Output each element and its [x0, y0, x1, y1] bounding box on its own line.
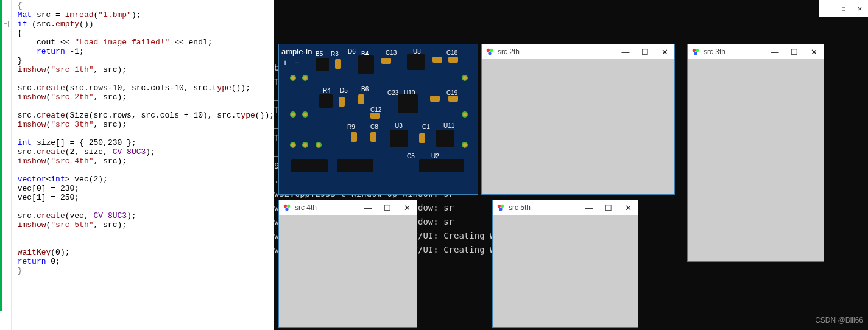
svg-point-13 [501, 205, 504, 208]
opencv-icon [496, 203, 505, 212]
pcb-chip [436, 130, 454, 147]
minimize-icon[interactable]: — [358, 200, 378, 215]
image-canvas [493, 215, 638, 327]
opencv-window-src-1th[interactable]: src 1th — ☐ ✕ ample-In + − B5R3D6B4C13U8… [278, 44, 478, 195]
pcb-label: C5 [407, 153, 415, 160]
pcb-label: U11 [443, 122, 454, 129]
window-title: src 5th [509, 203, 576, 212]
maximize-icon[interactable]: ☐ [635, 44, 655, 59]
pcb-chip [407, 59, 425, 70]
pcb-chip [390, 130, 408, 147]
close-icon[interactable]: ✕ [852, 0, 868, 17]
svg-point-3 [487, 49, 490, 52]
minimize-icon[interactable]: — [819, 0, 836, 17]
image-canvas [482, 59, 674, 194]
pcb-cap [358, 94, 364, 104]
pcb-chip [337, 159, 373, 172]
pcb-label: U3 [395, 122, 403, 129]
svg-point-14 [499, 208, 502, 211]
svg-point-4 [490, 49, 493, 52]
pcb-cap [448, 59, 458, 63]
pcb-cap [351, 132, 357, 142]
minimize-icon[interactable]: — [579, 200, 599, 215]
opencv-icon [485, 47, 494, 56]
pcb-label: B6 [361, 86, 369, 93]
pcb-image: ample-In + − B5R3D6B4C13U8C18R4D5B6C23U1… [279, 59, 478, 194]
pcb-chip [398, 94, 418, 113]
maximize-icon[interactable]: ☐ [599, 200, 618, 215]
pcb-cap [381, 59, 391, 64]
opencv-window-src-2th[interactable]: src 2th —☐✕ [481, 44, 675, 195]
console-window-controls: — ☐ ✕ [819, 0, 868, 17]
opencv-icon [691, 47, 700, 56]
image-canvas [279, 215, 417, 327]
code-line: { [18, 1, 23, 10]
window-title: src 3th [704, 47, 761, 56]
pcb-pad [462, 111, 468, 118]
pcb-pad [290, 142, 296, 148]
close-icon[interactable]: ✕ [618, 200, 638, 215]
svg-point-7 [696, 49, 699, 52]
image-canvas [688, 59, 824, 261]
close-icon[interactable]: ✕ [804, 44, 824, 59]
svg-point-5 [488, 52, 491, 55]
pcb-chip [419, 159, 464, 172]
pcb-pad [290, 75, 296, 81]
pcb-chip [291, 159, 328, 172]
pcb-label: R4 [323, 87, 331, 94]
maximize-icon[interactable]: ☐ [836, 0, 852, 17]
code-editor-pane: − { Mat src = imread("1.bmp"); if (src.e… [0, 0, 274, 330]
minimize-icon[interactable]: — [616, 44, 635, 59]
pcb-cap [370, 132, 376, 142]
svg-point-12 [498, 205, 501, 208]
opencv-window-src-4th[interactable]: src 4th —☐✕ [278, 200, 417, 328]
fold-minus-icon[interactable]: − [2, 21, 9, 27]
pcb-cap [430, 96, 440, 102]
pcb-pad [302, 142, 308, 148]
opencv-window-src-3th[interactable]: src 3th —☐✕ [687, 44, 824, 262]
pcb-pad [462, 75, 468, 81]
code-content[interactable]: { Mat src = imread("1.bmp"); if (src.emp… [12, 0, 274, 330]
image-canvas: ample-In + − B5R3D6B4C13U8C18R4D5B6C23U1… [279, 59, 478, 194]
pcb-pad [316, 142, 322, 148]
pcb-cap [448, 96, 458, 102]
pcb-pad [302, 111, 308, 118]
window-title: src 4th [295, 203, 355, 212]
titlebar[interactable]: src 3th —☐✕ [688, 44, 824, 59]
pcb-cap [419, 133, 425, 143]
minimize-icon[interactable]: — [765, 44, 785, 59]
pcb-pad [290, 111, 296, 118]
pcb-label: D5 [340, 87, 348, 94]
pcb-chip [316, 59, 329, 71]
pcb-label: C1 [422, 124, 430, 130]
svg-point-6 [693, 49, 696, 52]
close-icon[interactable]: ✕ [397, 200, 417, 215]
titlebar[interactable]: src 5th —☐✕ [493, 200, 638, 215]
maximize-icon[interactable]: ☐ [378, 200, 397, 215]
pcb-chip [358, 59, 374, 74]
pcb-label: C8 [370, 124, 378, 130]
svg-point-11 [285, 208, 288, 211]
pcb-chip [319, 94, 333, 108]
pcb-cap [335, 59, 341, 69]
window-title: src 2th [498, 47, 612, 56]
opencv-icon [283, 203, 291, 212]
pcb-cap [339, 97, 345, 107]
pcb-label: R9 [347, 124, 355, 130]
titlebar[interactable]: src 4th —☐✕ [279, 200, 417, 215]
pcb-cap [432, 59, 442, 63]
svg-point-10 [287, 205, 290, 208]
pcb-cap [370, 113, 380, 119]
watermark: CSDN @Bill66 [815, 314, 863, 328]
pcb-pad [462, 142, 468, 148]
svg-point-8 [694, 52, 697, 55]
pcb-pad [302, 75, 308, 81]
svg-point-9 [284, 205, 287, 208]
pcb-label: C23 [387, 90, 398, 96]
titlebar[interactable]: src 2th —☐✕ [482, 44, 674, 59]
close-icon[interactable]: ✕ [655, 44, 674, 59]
change-marker [0, 0, 2, 311]
opencv-window-src-5th[interactable]: src 5th —☐✕ [492, 200, 638, 328]
maximize-icon[interactable]: ☐ [785, 44, 804, 59]
